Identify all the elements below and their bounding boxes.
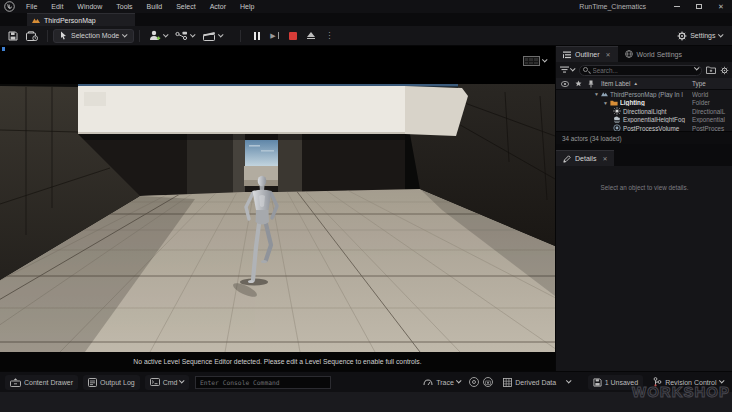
trace-label: Trace — [436, 379, 454, 386]
row-type: Folder — [692, 99, 731, 106]
row-type: DirectionalL — [692, 108, 731, 115]
frame-skip-icon: ▶ — [270, 32, 275, 40]
create-folder-button[interactable] — [706, 66, 716, 74]
tab-world-settings[interactable]: World Settings — [618, 46, 689, 62]
expander-icon[interactable]: ▼ — [603, 100, 608, 106]
menu-window[interactable]: Window — [70, 0, 109, 13]
selection-mode-dropdown[interactable]: Selection Mode — [53, 29, 134, 43]
derived-data-dropdown[interactable]: Derived Data — [498, 375, 575, 390]
console-command-input[interactable] — [195, 376, 331, 389]
add-actor-dropdown[interactable] — [145, 28, 172, 43]
settings-dropdown[interactable]: Settings — [673, 29, 726, 43]
menu-tools[interactable]: Tools — [109, 0, 139, 13]
level-tab[interactable]: ThirdPersonMap — [27, 13, 135, 26]
outliner-row-height-fog[interactable]: ExponentialHeightFog Exponential — [556, 116, 732, 125]
blueprints-dropdown[interactable] — [171, 29, 199, 43]
star-icon[interactable] — [575, 80, 582, 87]
close-button[interactable]: ✕ — [710, 0, 732, 13]
scene-white-block — [78, 86, 468, 136]
restore-icon — [696, 4, 702, 9]
column-item-label[interactable]: Item Label — [601, 80, 630, 87]
gear-icon — [677, 31, 687, 41]
content-drawer-button[interactable]: Content Drawer — [5, 375, 78, 390]
outliner-row-world[interactable]: ▼ ThirdPersonMap (Play In I World — [556, 90, 732, 99]
chevron-down-icon — [218, 32, 223, 37]
aspect-grid-icon — [523, 56, 540, 66]
trace-dropdown[interactable]: Trace — [418, 375, 465, 390]
window-title: RunTime_Cinematics — [579, 0, 646, 13]
doorway-sky — [245, 140, 278, 166]
save-icon — [593, 378, 602, 387]
fog-icon — [613, 116, 621, 123]
unreal-logo-icon — [4, 1, 15, 12]
status-bar: Content Drawer Output Log Cmd Trace — [0, 371, 732, 392]
folder-plus-icon — [706, 66, 716, 74]
menu-edit[interactable]: Edit — [44, 0, 70, 13]
settings-label: Settings — [690, 32, 715, 39]
trace-screenshot-button[interactable] — [483, 377, 493, 387]
pause-button[interactable] — [250, 30, 264, 42]
level-tab-label: ThirdPersonMap — [44, 17, 96, 24]
sequencer-notice-bar: No active Level Sequence Editor detected… — [0, 352, 555, 371]
menu-file[interactable]: File — [19, 0, 44, 13]
chevron-down-icon — [542, 57, 547, 62]
save-button[interactable] — [4, 29, 22, 43]
eject-icon — [307, 32, 315, 40]
outliner-row-directional-light[interactable]: DirectionalLight DirectionalL — [556, 107, 732, 116]
actor-count-text: 34 actors (34 loaded) — [562, 135, 622, 142]
asset-tab-strip: ThirdPersonMap — [0, 13, 732, 26]
tab-details[interactable]: Details ✕ — [556, 150, 614, 166]
outliner-search-input[interactable] — [579, 65, 703, 76]
outliner-filter-button[interactable] — [560, 66, 575, 74]
pin-icon[interactable] — [588, 80, 594, 88]
filter-icon — [560, 66, 569, 74]
column-type-label[interactable]: Type — [692, 80, 706, 87]
menu-help[interactable]: Help — [233, 0, 261, 13]
menu-select[interactable]: Select — [169, 0, 202, 13]
close-icon[interactable]: ✕ — [602, 155, 607, 162]
sun-icon — [613, 107, 621, 115]
content-drawer-label: Content Drawer — [24, 379, 73, 386]
minimize-icon — [674, 6, 680, 7]
chevron-down-icon — [123, 32, 128, 37]
menu-build[interactable]: Build — [140, 0, 170, 13]
viewport-cursor-artifact — [2, 47, 5, 51]
output-log-icon — [88, 378, 97, 387]
console-icon — [150, 378, 160, 386]
selection-mode-label: Selection Mode — [71, 32, 119, 39]
cinematics-dropdown[interactable] — [199, 29, 227, 43]
chevron-down-icon — [456, 378, 461, 383]
outliner-footer: 34 actors (34 loaded) — [556, 131, 732, 144]
level-viewport[interactable]: No active Level Sequence Editor detected… — [0, 46, 555, 371]
folder-icon — [610, 100, 618, 106]
pencil-icon — [563, 155, 571, 163]
restore-button[interactable] — [688, 0, 710, 13]
eject-button[interactable] — [303, 30, 319, 42]
tab-outliner[interactable]: Outliner ✕ — [556, 46, 618, 62]
snapshot-icon — [472, 380, 476, 384]
viewport-aspect-widget[interactable] — [523, 56, 547, 66]
globe-icon — [625, 50, 633, 58]
chevron-down-icon — [718, 32, 723, 37]
close-icon[interactable]: ✕ — [606, 51, 611, 58]
outliner-tree: ▼ ThirdPersonMap (Play In I World ▼ Ligh… — [556, 90, 732, 131]
output-log-button[interactable]: Output Log — [83, 375, 140, 390]
minimize-button[interactable] — [666, 0, 688, 13]
menu-actor[interactable]: Actor — [203, 0, 233, 13]
stop-button[interactable] — [285, 30, 301, 42]
cinematics-icon — [203, 31, 216, 41]
gear-icon — [720, 66, 729, 75]
unreal-editor-window: { "window": { "title": "RunTime_Cinemati… — [0, 0, 732, 412]
play-options-button[interactable]: ⋮ — [321, 29, 337, 42]
outliner-row-lighting[interactable]: ▼ Lighting Folder — [556, 99, 732, 108]
expander-icon[interactable]: ▼ — [594, 91, 599, 97]
content-browser-button[interactable] — [22, 29, 42, 43]
frame-skip-button[interactable]: ▶ — [266, 30, 283, 42]
outliner-settings-button[interactable] — [720, 66, 729, 75]
row-type: World — [692, 91, 731, 98]
outliner-row-post-process[interactable]: PostProcessVolume PostProces — [556, 124, 732, 131]
trace-snapshot-button[interactable] — [469, 377, 479, 387]
sort-ascending-icon: ▲ — [633, 81, 637, 86]
eye-icon[interactable] — [561, 81, 569, 87]
cmd-dropdown[interactable]: Cmd — [145, 375, 189, 390]
